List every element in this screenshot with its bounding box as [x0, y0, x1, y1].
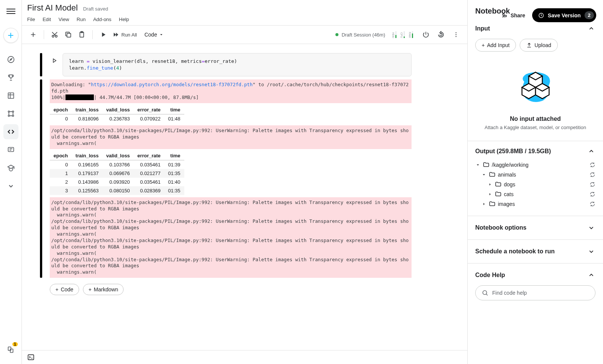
session-status-dot: [335, 33, 338, 36]
compass-icon[interactable]: [3, 52, 18, 67]
svg-point-4: [12, 111, 14, 113]
add-input-button[interactable]: +Add Input: [475, 39, 516, 52]
svg-rect-7: [8, 148, 14, 152]
tree-dogs[interactable]: dogs: [475, 180, 595, 189]
tree-cats[interactable]: cats: [475, 189, 595, 199]
notebook-body[interactable]: learn = vision_learner(dls, resnet18, me…: [22, 44, 467, 350]
panel-title: Notebook: [468, 0, 603, 18]
paste-button[interactable]: [76, 29, 88, 41]
model-icon[interactable]: [3, 106, 18, 121]
restart-button[interactable]: [435, 29, 447, 41]
resource-cpu[interactable]: CPU: [400, 31, 405, 38]
run-all-icon: [112, 31, 119, 38]
table-row: 20.1439860.0939200.03546101:40: [50, 178, 184, 186]
chevron-up-icon: [587, 271, 595, 279]
refresh-icon[interactable]: [589, 191, 595, 197]
add-cell-button[interactable]: [27, 29, 39, 41]
events-badge: 1: [12, 342, 18, 346]
cell-marker[interactable]: [40, 53, 42, 76]
finetune-table: epochtrain_lossvalid_losserror_ratetime …: [50, 151, 184, 195]
run-cell-button[interactable]: [97, 29, 109, 41]
menu-icon[interactable]: [6, 7, 15, 16]
code-input[interactable]: learn = vision_learner(dls, resnet18, me…: [63, 53, 412, 76]
menu-view[interactable]: View: [58, 17, 69, 22]
code-icon[interactable]: [3, 124, 18, 139]
chevron-down-icon: [159, 32, 164, 37]
discussion-icon[interactable]: [3, 142, 18, 157]
add-markdown-button[interactable]: +Markdown: [83, 284, 124, 295]
console-toggle[interactable]: [22, 350, 467, 364]
input-section-header[interactable]: Input: [475, 23, 595, 34]
refresh-icon[interactable]: [589, 172, 595, 178]
menu-help[interactable]: Help: [119, 17, 129, 22]
header: First AI Model Draft saved Share Save Ve…: [22, 0, 467, 25]
events-icon[interactable]: 1: [3, 342, 18, 357]
tree-animals[interactable]: animals: [475, 170, 595, 180]
arrow-down-icon: [475, 162, 481, 168]
chevron-up-icon: [587, 24, 595, 33]
left-rail: + 1: [0, 0, 22, 364]
refresh-icon[interactable]: [589, 201, 595, 207]
cut-button[interactable]: [49, 29, 61, 41]
refresh-icon[interactable]: [589, 162, 595, 168]
svg-rect-20: [28, 355, 34, 359]
folder-icon: [483, 161, 490, 168]
notebook-options-header[interactable]: Notebook options: [475, 222, 595, 233]
svg-point-17: [456, 32, 457, 34]
download-link[interactable]: https://download.pytorch.org/models/resn…: [91, 82, 253, 87]
folder-icon: [489, 171, 496, 178]
main-area: First AI Model Draft saved Share Save Ve…: [22, 0, 467, 364]
refresh-icon[interactable]: [589, 181, 595, 187]
table-row: 00.1961650.1037660.03546101:39: [50, 160, 184, 169]
copy-button[interactable]: [62, 29, 74, 41]
upload-button[interactable]: Upload: [520, 39, 557, 52]
menu-edit[interactable]: Edit: [43, 17, 51, 22]
output-stderr: Downloading: "https://download.pytorch.o…: [50, 79, 412, 103]
learn-icon[interactable]: [3, 160, 18, 175]
menu-run[interactable]: Run: [77, 17, 86, 22]
notebook-title[interactable]: First AI Model: [27, 3, 78, 13]
svg-rect-2: [8, 93, 14, 99]
svg-point-18: [456, 34, 457, 35]
folder-icon: [495, 191, 502, 198]
svg-point-3: [8, 111, 9, 113]
pretrain-table: epochtrain_lossvalid_losserror_ratetime …: [50, 105, 184, 123]
menu-file[interactable]: File: [27, 17, 35, 22]
run-all-button[interactable]: Run All: [111, 31, 138, 38]
run-cell-icon[interactable]: [50, 56, 59, 65]
svg-marker-1: [10, 58, 12, 61]
chevron-down-icon: [587, 224, 595, 232]
chevron-up-icon: [587, 147, 595, 155]
output-section-header[interactable]: Output (259.8MB / 19.5GB): [475, 146, 595, 157]
tree-images[interactable]: images: [475, 199, 595, 209]
power-button[interactable]: [420, 29, 432, 41]
table-row: 30.1255630.0801500.02836901:35: [50, 186, 184, 195]
resource-ram[interactable]: RAM: [409, 31, 413, 38]
codehelp-header[interactable]: Code Help: [475, 270, 595, 281]
cube-illustration: [513, 67, 558, 108]
add-code-button[interactable]: +Code: [50, 284, 79, 295]
search-icon: [482, 289, 488, 296]
table-row: 00.8180960.2367830.07092201:48: [50, 114, 184, 123]
table-icon[interactable]: [3, 88, 18, 103]
menu-add-ons[interactable]: Add-ons: [93, 17, 111, 22]
chevron-down-icon: [587, 247, 595, 256]
output-marker[interactable]: [40, 79, 42, 278]
chevron-down-icon[interactable]: [3, 178, 18, 193]
arrow-down-icon: [481, 172, 487, 177]
cell-type-dropdown[interactable]: Code: [144, 32, 164, 38]
codehelp-search[interactable]: Find code help: [475, 285, 595, 300]
more-options-button[interactable]: [450, 29, 462, 41]
trophy-icon[interactable]: [3, 70, 18, 85]
output-warning-repeat: /opt/conda/lib/python3.10/site-packages/…: [50, 197, 412, 278]
menubar: FileEditViewRunAdd-onsHelp: [27, 13, 462, 25]
tree-root[interactable]: /kaggle/working: [475, 160, 595, 170]
svg-rect-14: [67, 34, 71, 37]
svg-point-6: [12, 115, 14, 117]
resource-hdd[interactable]: HDD: [392, 31, 396, 38]
schedule-header[interactable]: Schedule a notebook to run: [475, 246, 595, 257]
arrow-right-icon: [487, 192, 493, 197]
svg-point-21: [483, 291, 487, 295]
create-button[interactable]: +: [3, 28, 18, 43]
session-label[interactable]: Draft Session (46m): [341, 32, 385, 38]
